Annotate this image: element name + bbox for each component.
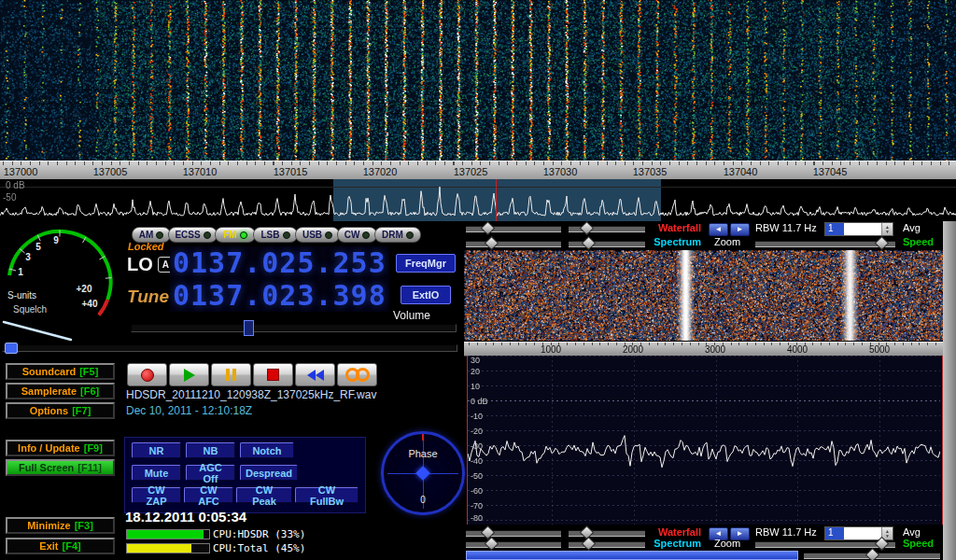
squelch-slider[interactable] xyxy=(2,344,457,352)
stop-button[interactable] xyxy=(253,363,293,386)
lo-frequency-value[interactable]: 0137.025.253 xyxy=(170,246,389,279)
avg-select[interactable]: 1 ▲▼ xyxy=(824,222,893,236)
waterfall-upper-limit-slider[interactable] xyxy=(466,226,561,232)
frequency-tick-label: 5000 xyxy=(869,344,890,355)
tune-label: Tune xyxy=(127,287,169,307)
frequency-tick-label: 1000 xyxy=(541,344,561,355)
speed-slider[interactable] xyxy=(755,241,895,247)
right-arrow-button[interactable]: ► xyxy=(730,223,750,236)
rf-frequency-scale[interactable]: 1000 2000 3000 4000 5000 xyxy=(464,342,943,357)
menu-hotkey: [F3] xyxy=(75,520,93,531)
db-axis-label: -50 xyxy=(3,192,16,203)
right-edge-panel xyxy=(943,221,956,560)
transport-controls xyxy=(127,363,377,386)
tune-frequency-value[interactable]: 0137.023.398 xyxy=(170,279,389,312)
slider-diamond-handle[interactable] xyxy=(865,548,880,560)
mode-button-fm[interactable]: FM xyxy=(215,227,256,243)
lo-text: LO xyxy=(127,254,153,275)
record-button[interactable] xyxy=(127,363,167,386)
main-waterfall-display[interactable] xyxy=(0,0,956,161)
loop-icon xyxy=(345,368,370,382)
slider-diamond-handle[interactable] xyxy=(875,236,890,251)
waterfall-label: Waterfall xyxy=(647,526,701,538)
agc-off-button[interactable]: AGC Off xyxy=(186,465,235,481)
info-update-button[interactable]: Info / Update[F9] xyxy=(6,440,115,456)
menu-label: Options xyxy=(30,405,69,416)
phase-dot-icon xyxy=(415,466,430,481)
db-axis-label: -40 xyxy=(471,456,483,466)
zoom-range-bar[interactable] xyxy=(466,551,798,560)
frequency-tick-label: 137045 xyxy=(813,166,848,177)
nb-button[interactable]: NB xyxy=(186,442,235,458)
soundcard-button[interactable]: Soundcard[F5] xyxy=(6,363,115,380)
spectrum-lower-limit-slider[interactable] xyxy=(569,541,645,548)
slider-diamond-handle[interactable] xyxy=(580,221,595,236)
zoom-pan-slider[interactable] xyxy=(804,553,940,559)
samplerate-button[interactable]: Samplerate[F6] xyxy=(6,383,115,399)
volume-slider-handle[interactable] xyxy=(244,320,254,336)
mode-button-lsb[interactable]: LSB xyxy=(253,227,298,243)
spectrum-upper-limit-slider[interactable] xyxy=(466,241,561,247)
scroll-down-icon[interactable]: ▼ xyxy=(885,230,890,234)
mode-button-cw[interactable]: CW xyxy=(337,227,377,243)
cw-zap-button[interactable]: CW ZAP xyxy=(132,487,181,503)
cw-afc-button[interactable]: CW AFC xyxy=(184,487,233,503)
mode-label: DRM xyxy=(382,230,403,240)
mode-led-icon xyxy=(362,231,370,239)
mode-led-icon xyxy=(204,231,211,239)
db-axis-label: 0 dB xyxy=(471,397,488,406)
freqmgr-button[interactable]: FreqMgr xyxy=(396,254,456,273)
exit-button[interactable]: Exit[F4] xyxy=(6,538,115,554)
pause-button[interactable] xyxy=(211,363,251,386)
slider-diamond-handle[interactable] xyxy=(582,537,597,552)
main-frequency-scale[interactable]: 137000 137005 137010 137015 137020 13702… xyxy=(0,161,956,181)
rf-waterfall-display[interactable] xyxy=(464,250,943,341)
cw-peak-button[interactable]: CW Peak xyxy=(236,487,292,503)
mode-button-ecss[interactable]: ECSS xyxy=(168,227,218,243)
menu-label: Full Screen xyxy=(19,462,74,473)
frequency-tick-label: 4000 xyxy=(787,344,808,355)
rewind-button[interactable] xyxy=(295,363,335,386)
slider-diamond-handle[interactable] xyxy=(481,221,496,236)
spectrum-lower-limit-slider[interactable] xyxy=(569,241,645,247)
slider-diamond-handle[interactable] xyxy=(485,236,499,251)
fullscreen-button[interactable]: Full Screen[F11] xyxy=(6,459,115,476)
options-button[interactable]: Options[F7] xyxy=(6,402,115,419)
cpu-hdsdr-bar xyxy=(126,529,210,539)
mode-button-usb[interactable]: USB xyxy=(295,227,340,243)
menu-label: Info / Update xyxy=(18,442,80,454)
phase-scope[interactable]: Phase 0 xyxy=(381,431,465,515)
minimize-button[interactable]: Minimize[F3] xyxy=(6,517,115,534)
play-button[interactable] xyxy=(169,363,209,386)
despread-button[interactable]: Despread xyxy=(240,465,298,481)
cw-fullbw-button[interactable]: CW FullBw xyxy=(295,487,358,503)
loop-button[interactable] xyxy=(337,363,377,386)
extio-button[interactable]: ExtIO xyxy=(401,286,451,304)
db-axis-label: -80 xyxy=(471,513,483,523)
waterfall-lower-limit-slider[interactable] xyxy=(569,530,645,537)
left-arrow-button[interactable]: ◄ xyxy=(709,223,728,236)
speed-slider[interactable] xyxy=(755,541,895,548)
mute-button[interactable]: Mute xyxy=(132,465,181,481)
scroll-down-icon[interactable]: ▼ xyxy=(885,534,890,539)
mode-button-drm[interactable]: DRM xyxy=(374,227,421,243)
squelch-slider-handle[interactable] xyxy=(5,343,18,354)
volume-slider[interactable] xyxy=(131,324,457,332)
slider-diamond-handle[interactable] xyxy=(582,236,597,251)
main-spectrum-display[interactable]: 0 dB -50 xyxy=(0,179,956,221)
spectrum-label: Spectrum xyxy=(647,538,701,549)
rf-spectrum-display[interactable]: 30 20 10 0 dB -10 -20 -30 -40 -50 -60 -7… xyxy=(467,356,943,525)
waterfall-lower-limit-slider[interactable] xyxy=(569,226,645,232)
s-meter-tick-label: 3 xyxy=(25,252,31,262)
rf-spectrum-canvas[interactable] xyxy=(468,356,940,525)
db-axis-label: 10 xyxy=(471,382,480,391)
mode-label: ECSS xyxy=(175,230,200,240)
spectrum-upper-limit-slider[interactable] xyxy=(466,541,561,548)
notch-button[interactable]: Notch xyxy=(240,442,294,458)
nr-button[interactable]: NR xyxy=(132,442,181,458)
main-spectrum-canvas[interactable] xyxy=(0,179,956,221)
combo-scrollbar[interactable]: ▲▼ xyxy=(881,223,893,235)
s-meter-tick-label: 9 xyxy=(53,235,59,245)
waterfall-upper-limit-slider[interactable] xyxy=(466,530,561,537)
avg-select-value: 1 xyxy=(825,527,844,539)
